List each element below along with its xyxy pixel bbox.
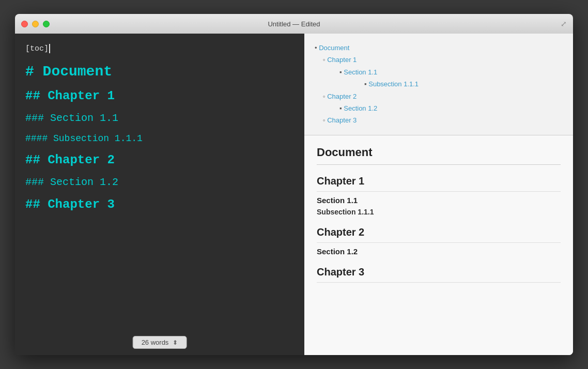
toc-link-chapter1[interactable]: Chapter 1 <box>327 56 357 64</box>
heading-prefix: ### <box>25 176 50 188</box>
heading-chapter1: ## Chapter 1 <box>25 89 294 103</box>
app-window: Untitled — Edited ⤢ [toc] # Document ## … <box>15 14 573 355</box>
heading-prefix: ### <box>25 112 50 124</box>
titlebar: Untitled — Edited ⤢ <box>15 14 573 34</box>
heading-prefix: # <box>25 64 43 80</box>
word-count-label: 26 words <box>142 339 169 346</box>
rendered-section: Document Chapter 1 Section 1.1 Subsectio… <box>304 135 573 355</box>
close-button[interactable] <box>21 21 28 27</box>
rendered-subsection111: Subsection 1.1.1 <box>317 208 561 216</box>
toc-subtree-ch1: Section 1.1 Subsection 1.1.1 <box>323 66 563 90</box>
toc-subtree-ch2: Section 1.2 <box>323 102 563 114</box>
toc-link-section11[interactable]: Section 1.1 <box>344 68 377 76</box>
toc-link-document[interactable]: Document <box>319 44 349 52</box>
toc-link-chapter3[interactable]: Chapter 3 <box>327 116 357 124</box>
toc-subtree-s11: Subsection 1.1.1 <box>339 78 563 90</box>
toc-item-subsection111[interactable]: Subsection 1.1.1 <box>339 78 563 90</box>
toc-section: Document Chapter 1 Section 1.1 S <box>304 34 573 135</box>
traffic-lights <box>21 21 50 27</box>
toc-item-section11[interactable]: Section 1.1 Subsection 1.1.1 <box>323 66 563 90</box>
word-count-bar[interactable]: 26 words ⬍ <box>133 336 187 349</box>
toc-item-chapter3[interactable]: Chapter 3 <box>315 114 563 126</box>
heading-chapter3: ## Chapter 3 <box>25 197 294 211</box>
rendered-document-title: Document <box>317 146 561 165</box>
rendered-chapter2: Chapter 2 <box>317 226 561 243</box>
heading-prefix: #### <box>25 133 53 144</box>
rendered-chapter1: Chapter 1 <box>317 175 561 192</box>
heading-document: # Document <box>25 64 294 80</box>
toc-link-section12[interactable]: Section 1.2 <box>344 104 377 112</box>
heading-subsection111: #### Subsection 1.1.1 <box>25 133 294 144</box>
toc-link-chapter2[interactable]: Chapter 2 <box>327 93 357 100</box>
editor-pane[interactable]: [toc] # Document ## Chapter 1 ### Sectio… <box>15 34 304 355</box>
minimize-button[interactable] <box>32 21 39 27</box>
rendered-chapter3: Chapter 3 <box>317 266 561 283</box>
toc-item-section12[interactable]: Section 1.2 <box>323 102 563 114</box>
heading-section11: ### Section 1.1 <box>25 112 294 124</box>
toc-tag: [toc] <box>25 44 294 53</box>
toc-tree: Document Chapter 1 Section 1.1 S <box>315 42 563 127</box>
expand-icon[interactable]: ⤢ <box>561 20 567 28</box>
word-count-arrow: ⬍ <box>173 339 178 346</box>
toc-item-chapter2[interactable]: Chapter 2 Section 1.2 <box>315 90 563 115</box>
heading-chapter2: ## Chapter 2 <box>25 153 294 167</box>
heading-section12: ### Section 1.2 <box>25 176 294 188</box>
toc-item-document[interactable]: Document Chapter 1 Section 1.1 S <box>315 42 563 127</box>
window-body: [toc] # Document ## Chapter 1 ### Sectio… <box>15 34 573 355</box>
heading-prefix: ## <box>25 197 48 211</box>
preview-pane: Document Chapter 1 Section 1.1 S <box>304 34 573 355</box>
toc-item-chapter1[interactable]: Chapter 1 Section 1.1 Subsection 1.1.1 <box>315 54 563 90</box>
toc-subtree: Chapter 1 Section 1.1 Subsection 1.1.1 <box>315 54 563 126</box>
heading-prefix: ## <box>25 153 48 167</box>
toc-link-subsection111[interactable]: Subsection 1.1.1 <box>368 80 419 88</box>
rendered-section12: Section 1.2 <box>317 247 561 256</box>
maximize-button[interactable] <box>43 21 50 27</box>
rendered-section11: Section 1.1 <box>317 196 561 205</box>
window-title: Untitled — Edited <box>268 20 320 28</box>
heading-prefix: ## <box>25 89 48 103</box>
